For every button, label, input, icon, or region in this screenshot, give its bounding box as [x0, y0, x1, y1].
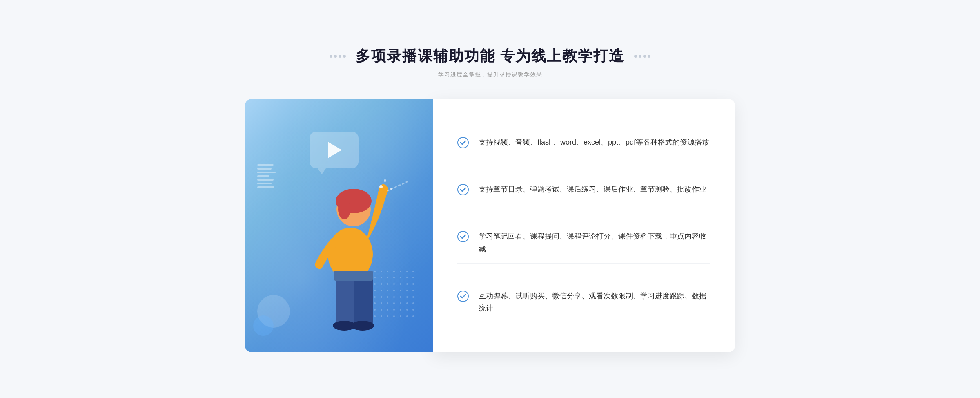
feature-text-4: 互动弹幕、试听购买、微信分享、观看次数限制、学习进度跟踪、数据统计	[479, 290, 710, 315]
feature-text-3: 学习笔记回看、课程提问、课程评论打分、课件资料下载，重点内容收藏	[479, 230, 710, 255]
svg-point-13	[458, 137, 468, 148]
svg-rect-5	[354, 277, 373, 326]
check-icon-2	[457, 184, 469, 195]
stripes-decoration	[257, 164, 278, 197]
main-content: 支持视频、音频、flash、word、excel、ppt、pdf等各种格式的资源…	[245, 99, 735, 352]
svg-point-7	[351, 321, 374, 331]
feature-item-4: 互动弹幕、试听购买、微信分享、观看次数限制、学习进度跟踪、数据统计	[457, 282, 710, 323]
svg-point-15	[458, 231, 468, 242]
play-icon	[328, 142, 342, 158]
feature-item-3: 学习笔记回看、课程提问、课程评论打分、课件资料下载，重点内容收藏	[457, 222, 710, 264]
svg-point-12	[390, 188, 392, 190]
left-dots-decoration	[330, 55, 346, 58]
feature-item-2: 支持章节目录、弹题考试、课后练习、课后作业、章节测验、批改作业	[457, 175, 710, 204]
page-wrapper: 多项录播课辅助功能 专为线上教学打造 学习进度全掌握，提升录播课教学效果	[245, 46, 735, 352]
svg-point-14	[458, 184, 468, 195]
check-icon-1	[457, 137, 469, 148]
right-dots-decoration	[634, 55, 650, 58]
svg-point-11	[384, 179, 386, 182]
svg-point-3	[338, 199, 350, 219]
svg-point-16	[458, 291, 468, 302]
human-figure	[293, 156, 408, 352]
header-section: 多项录播课辅助功能 专为线上教学打造 学习进度全掌握，提升录播课教学效果	[245, 46, 735, 78]
illustration-panel	[245, 99, 433, 352]
feature-item-1: 支持视频、音频、flash、word、excel、ppt、pdf等各种格式的资源…	[457, 128, 710, 157]
features-panel: 支持视频、音频、flash、word、excel、ppt、pdf等各种格式的资源…	[433, 99, 735, 352]
svg-rect-4	[336, 277, 354, 326]
feature-text-1: 支持视频、音频、flash、word、excel、ppt、pdf等各种格式的资源…	[479, 136, 709, 149]
feature-text-2: 支持章节目录、弹题考试、课后练习、课后作业、章节测验、批改作业	[479, 183, 706, 196]
page-subtitle: 学习进度全掌握，提升录播课教学效果	[245, 71, 735, 78]
page-title: 多项录播课辅助功能 专为线上教学打造	[356, 46, 624, 66]
circle-decoration-2	[253, 315, 274, 336]
check-icon-4	[457, 291, 469, 302]
svg-point-10	[379, 185, 383, 188]
svg-rect-8	[334, 271, 373, 281]
svg-line-9	[387, 172, 408, 191]
check-icon-3	[457, 231, 469, 242]
header-title-row: 多项录播课辅助功能 专为线上教学打造	[245, 46, 735, 66]
